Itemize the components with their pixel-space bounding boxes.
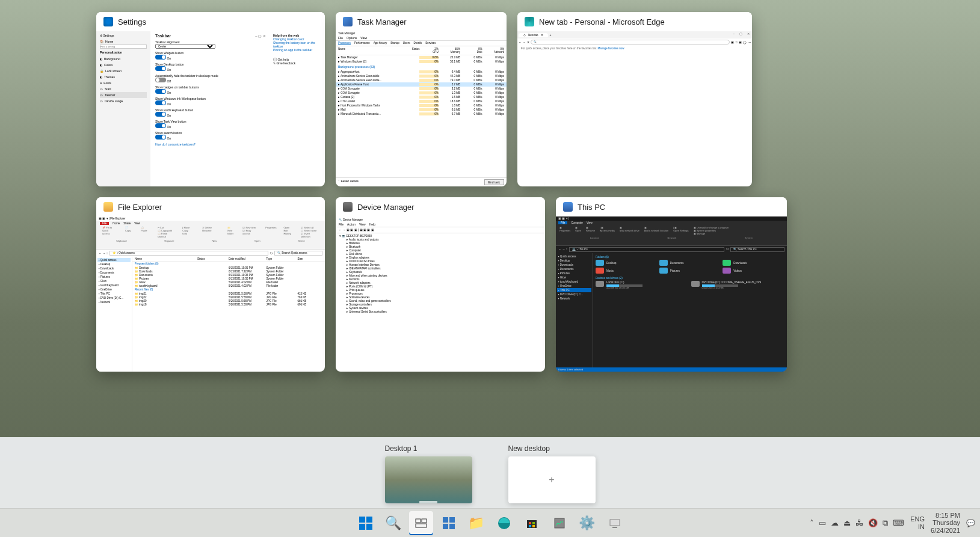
sidebar-home[interactable]: 🏠 Home [100, 38, 147, 44]
window-thumb-taskmgr[interactable]: Task Manager Task Manager FileOptionsVie… [336, 12, 507, 186]
process-row[interactable]: ▸ Antimalware Service Executable...0%73.… [336, 78, 507, 82]
device-node[interactable]: ▸ Universal Serial Bus controllers [339, 310, 541, 313]
process-row[interactable]: ▸ Microsoft Distributed Transactio...0%0… [336, 112, 507, 116]
window-buttons[interactable]: –▢✕ [730, 31, 752, 36]
tray-expand-icon[interactable]: ˄ [810, 518, 814, 527]
back-icon[interactable]: ← [519, 40, 522, 44]
process-row[interactable]: ▸ CTF Loader0%18.6 MB0 MB/s0 Mbps [336, 99, 507, 103]
window-thumb-fileexplorer[interactable]: File Explorer ▣ ▣ ▾ | File Explorer File… [96, 197, 325, 372]
window-thumb-edge[interactable]: New tab - Personal - Microsoft Edge –▢✕ … [517, 12, 752, 186]
edge-button[interactable] [492, 511, 516, 535]
folder-item[interactable]: Pictures [659, 268, 721, 274]
battery-icon[interactable]: ▭ [819, 518, 826, 527]
widgets-button[interactable] [437, 511, 461, 535]
sidebar-item[interactable]: ◐ Background [100, 56, 147, 62]
process-row[interactable]: ▸ Mail0%0.6 MB0 MB/s0 Mbps [336, 108, 507, 112]
toolbar[interactable]: ← → ▣ ▣ ▣ | ▣ ▣ ▣ ▣ [337, 227, 544, 233]
process-row[interactable]: ▸ Windows Explorer (2)0%55.1 MB0 MB/s0 M… [336, 60, 507, 64]
sidebar-item[interactable]: ▪ touchKeyboard [557, 280, 591, 284]
onedrive-icon[interactable]: ☁ [831, 518, 839, 527]
start-button[interactable] [354, 511, 378, 535]
menubar[interactable]: FileOptionsView [336, 35, 507, 41]
file-row[interactable]: 📁 touchKeyboard5/20/2021 4:02 PMFile fol… [132, 284, 325, 287]
process-row[interactable]: ▸ Antimalware Service Executable0%44.3 M… [336, 74, 507, 78]
fileexplorer-button[interactable]: 📁 [464, 511, 488, 535]
process-row[interactable]: ▸ Application Frame Host0%5.7 MB0 MB/s0 … [336, 82, 507, 87]
language-indicator[interactable]: ENGIN [910, 515, 925, 530]
file-row[interactable]: 📁 Glow5/20/2021 4:02 PMFile folder [132, 280, 325, 284]
desktop-1[interactable]: Desktop 1 [385, 444, 472, 503]
file-row[interactable]: 📁 Pictures6/13/2021 10:35 PMSystem Folde… [132, 277, 325, 280]
sidebar-item[interactable]: ▪ OneDrive [557, 284, 591, 288]
forward-icon[interactable]: → [523, 40, 526, 44]
sidebar-item[interactable]: ▪ Desktop [557, 259, 591, 263]
sidebar-item[interactable]: ▭ Device usage [100, 98, 147, 104]
toggle-row[interactable]: Show Task View button On [155, 120, 266, 129]
sidebar-item[interactable]: ▪ Pictures [557, 271, 591, 275]
sidebar-item[interactable]: A Fonts [100, 80, 147, 86]
process-row[interactable]: ▸ COM Surrogate0%3.2 MB0 MB/s0 Mbps [336, 87, 507, 91]
toggle-row[interactable]: Show Desktop button On [155, 63, 266, 72]
sidebar-item[interactable]: ◐ Colors [100, 62, 147, 68]
settings-button[interactable]: ⚙️ [575, 511, 599, 535]
end-task-button[interactable]: End task [484, 179, 504, 185]
file-row[interactable]: 📁 Downloads6/13/2021 7:22 PMSystem Folde… [132, 269, 325, 273]
process-row[interactable]: ▸ Cortana (2)0%1.5 MB0 MB/s0 Mbps [336, 95, 507, 99]
browser-tabs[interactable]: ◇New tab✕ + [517, 31, 730, 38]
process-row[interactable]: ▸ Host Process for Windows Tasks0%1.8 MB… [336, 103, 507, 108]
usb-icon[interactable]: ⏏ [843, 518, 851, 527]
sidebar-item[interactable]: ▪ Network [557, 296, 591, 301]
folder-item[interactable]: Music [596, 268, 658, 274]
search-input[interactable] [100, 44, 147, 49]
folder-item[interactable]: Documents [659, 260, 721, 266]
folder-item[interactable]: Videos [723, 268, 784, 274]
file-row[interactable]: 📁 img225/20/2021 5:58 PMJPG File763 KB [132, 295, 325, 299]
keyboard-icon[interactable]: ⌨ [893, 518, 904, 527]
ribbon[interactable]: File Computer View ▣Properties ▣Open ▣Re… [556, 221, 787, 246]
sidebar-item[interactable]: ▪ touchKeyboard [97, 283, 131, 287]
close-icon[interactable]: ✕ [527, 40, 529, 44]
toggle-row[interactable]: Show touch keyboard button On [155, 108, 266, 117]
sidebar-item[interactable]: ▪ Glow [557, 275, 591, 280]
search-button[interactable]: 🔍 [381, 511, 405, 535]
folder-item[interactable]: Desktop [596, 260, 658, 266]
clock[interactable]: 8:15 PM Thursday 6/24/2021 [931, 512, 960, 533]
folder-item[interactable]: Downloads [723, 260, 784, 266]
device-tree[interactable]: ▾ 💻 DESKTOP-BGP2050 ▸ Audio inputs and o… [337, 233, 544, 315]
toggle-row[interactable]: Automatically hide the taskbar in deskto… [155, 74, 266, 83]
sidebar-item[interactable]: ▪ Documents [97, 271, 131, 275]
menu-icon[interactable]: ⋯ [748, 40, 751, 44]
sidebar-item[interactable]: ▪ Quick access [557, 254, 591, 259]
window-thumb-thispc[interactable]: This PC ▣ ▣ ▾ | File Computer View ▣Prop… [556, 197, 787, 372]
toggle-row[interactable]: Show search button On [155, 131, 266, 140]
sidebar[interactable]: ▪ Quick access▪ Desktop▪ Downloads▪ Docu… [556, 253, 593, 367]
process-row[interactable]: ▸ COM Surrogate0%1.3 MB0 MB/s0 Mbps [336, 91, 507, 95]
volume-icon[interactable]: 🔇 [868, 518, 878, 527]
toggle-row[interactable]: Show Widgets button On [155, 51, 266, 60]
address-bar[interactable]: ← → ↑ 💻 › This PC ↻ 🔍 Search This PC [556, 246, 787, 253]
customize-link[interactable]: How do I customize taskbars? [155, 143, 196, 146]
favorite-icon[interactable]: ☆ [735, 40, 738, 44]
connect-icon[interactable]: ⧉ [883, 518, 888, 528]
fewer-details-link[interactable]: ˄ Fewer details [338, 179, 359, 185]
sidebar-item[interactable]: ▪ This PC [97, 292, 131, 296]
sidebar-item[interactable]: ▪ DVD Drive (D:) C... [97, 296, 131, 300]
sidebar-item[interactable]: ▪ Quick access [97, 258, 131, 262]
store-button[interactable] [520, 511, 544, 535]
menubar[interactable]: File Action View Help [337, 222, 544, 227]
drive-item[interactable]: DVD Drive (D:) CCCOMA_X64FRE_EN-US_DV90 … [691, 281, 785, 289]
file-row[interactable]: 📁 img215/20/2021 5:58 PMJPG File415 KB [132, 292, 325, 295]
new-desktop-button[interactable]: + [508, 456, 596, 503]
new-desktop[interactable]: New desktop + [508, 444, 596, 503]
file-row[interactable]: 📁 img185/20/2021 5:58 PMJPG File696 KB [132, 302, 325, 306]
sidebar-item[interactable]: 🔒 Lock screen [100, 68, 147, 74]
main-content[interactable]: Folders (6) DesktopDocumentsDownloadsMus… [593, 253, 787, 367]
process-row[interactable]: ▸ Task Manager0.8%20.3 MB0 MB/s0 Mbps [336, 55, 507, 60]
sidebar[interactable]: ▪ Quick access▪ Desktop▪ Downloads▪ Docu… [96, 257, 132, 372]
sidebar-item[interactable]: ▪ Pictures [97, 275, 131, 279]
alignment-select[interactable]: Center [155, 44, 215, 49]
sidebar-item[interactable]: ◐ Themes [100, 74, 147, 80]
manage-favorites-link[interactable]: Manage favorites now [598, 47, 624, 50]
devmgr-button[interactable] [603, 511, 627, 535]
sidebar-item[interactable]: ▪ Glow [97, 279, 131, 283]
